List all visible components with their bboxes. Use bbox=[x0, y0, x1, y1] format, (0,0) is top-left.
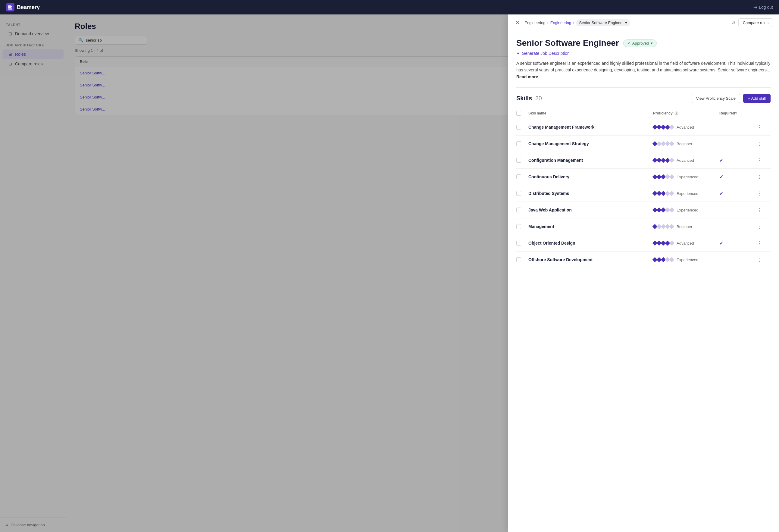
sparkle-icon: ✦ bbox=[516, 51, 520, 56]
row-check[interactable] bbox=[516, 158, 528, 163]
skill-name-cell: Management bbox=[528, 224, 653, 229]
logout-icon: ⇥ bbox=[754, 5, 757, 10]
proficiency-label: Advanced bbox=[676, 241, 694, 245]
close-button[interactable]: ✕ bbox=[514, 18, 521, 27]
row-check[interactable] bbox=[516, 257, 528, 262]
required-cell: ✓ bbox=[719, 158, 756, 163]
proficiency-label: Experienced bbox=[676, 208, 698, 213]
skill-name: Continuous Delivery bbox=[528, 174, 570, 179]
top-navigation: Beamery ⇥ Log out bbox=[0, 0, 779, 14]
more-options-button[interactable]: ⋮ bbox=[756, 206, 764, 214]
proficiency-cell: Experienced bbox=[653, 257, 719, 262]
diamond-empty bbox=[669, 141, 674, 146]
more-options-button[interactable]: ⋮ bbox=[756, 139, 764, 148]
table-row: Continuous Delivery Experienced ✓ ⋮ bbox=[516, 169, 771, 185]
actions-cell: ⋮ bbox=[756, 123, 771, 131]
skill-checkbox[interactable] bbox=[516, 191, 521, 196]
skill-name: Change Management Strategy bbox=[528, 141, 589, 146]
skills-title-group: Skills 20 bbox=[516, 95, 542, 102]
more-options-button[interactable]: ⋮ bbox=[756, 222, 764, 231]
required-cell: ✓ bbox=[719, 240, 756, 246]
skills-actions: View Proficiency Scale + Add skill bbox=[692, 94, 771, 103]
breadcrumb-role-label: Senior Software Engineer bbox=[579, 20, 623, 25]
proficiency-cell: Experienced bbox=[653, 175, 719, 179]
diamond-empty bbox=[669, 125, 674, 130]
skill-checkbox[interactable] bbox=[516, 208, 521, 213]
skill-name-cell: Continuous Delivery bbox=[528, 174, 653, 180]
panel-title-row: Senior Software Engineer ✓ Approved ▾ bbox=[516, 38, 771, 48]
compare-roles-button[interactable]: Compare roles bbox=[738, 18, 773, 27]
status-badge[interactable]: ✓ Approved ▾ bbox=[623, 40, 657, 47]
row-check[interactable] bbox=[516, 224, 528, 229]
skill-name-cell: Change Management Framework bbox=[528, 124, 653, 130]
diamond-empty bbox=[669, 257, 674, 262]
skills-table-header: Skill name Proficiency ⓘ Required? bbox=[516, 108, 771, 119]
proficiency-cell: Beginner bbox=[653, 224, 719, 229]
breadcrumb-role-dropdown[interactable]: Senior Software Engineer ▾ bbox=[576, 19, 630, 26]
table-row: Java Web Application Experienced ⋮ bbox=[516, 202, 771, 219]
actions-cell: ⋮ bbox=[756, 206, 771, 214]
actions-cell: ⋮ bbox=[756, 173, 771, 181]
skill-name-header-label: Skill name bbox=[528, 111, 546, 115]
panel-content: Senior Software Engineer ✓ Approved ▾ ✦ … bbox=[508, 31, 779, 532]
row-check[interactable] bbox=[516, 125, 528, 129]
generate-job-description-link[interactable]: ✦ Generate Job Description bbox=[516, 51, 771, 56]
required-cell: ✓ bbox=[719, 191, 756, 196]
breadcrumb-engineering[interactable]: Engineering bbox=[525, 20, 545, 25]
skills-table: Skill name Proficiency ⓘ Required? Chang… bbox=[516, 108, 771, 268]
more-options-button[interactable]: ⋮ bbox=[756, 255, 764, 264]
skill-checkbox[interactable] bbox=[516, 257, 521, 262]
skill-checkbox[interactable] bbox=[516, 224, 521, 229]
proficiency-cell: Experienced bbox=[653, 208, 719, 213]
skill-name-cell: Configuration Management bbox=[528, 158, 653, 163]
detail-panel: ✕ Engineering › Engineering › Senior Sof… bbox=[508, 14, 779, 532]
row-check[interactable] bbox=[516, 241, 528, 245]
info-icon[interactable]: ⓘ bbox=[675, 111, 678, 116]
panel-topbar: ✕ Engineering › Engineering › Senior Sof… bbox=[508, 14, 779, 31]
row-check[interactable] bbox=[516, 208, 528, 213]
proficiency-label: Experienced bbox=[676, 257, 698, 262]
more-options-button[interactable]: ⋮ bbox=[756, 156, 764, 165]
skill-name-cell: Object Oriented Design bbox=[528, 240, 653, 246]
skill-checkbox[interactable] bbox=[516, 241, 521, 245]
row-check[interactable] bbox=[516, 191, 528, 196]
proficiency-diamonds bbox=[653, 241, 673, 245]
row-check[interactable] bbox=[516, 141, 528, 146]
proficiency-cell: Experienced bbox=[653, 191, 719, 196]
skill-name: Change Management Framework bbox=[528, 125, 594, 129]
skill-checkbox[interactable] bbox=[516, 141, 521, 146]
panel-actions: ↺ Compare roles bbox=[731, 18, 773, 27]
more-options-button[interactable]: ⋮ bbox=[756, 173, 764, 181]
skill-checkbox[interactable] bbox=[516, 158, 521, 163]
table-row: Object Oriented Design Advanced ✓ ⋮ bbox=[516, 235, 771, 251]
breadcrumb-engineering-sub[interactable]: Engineering bbox=[550, 20, 571, 25]
actions-cell: ⋮ bbox=[756, 255, 771, 264]
diamond-empty bbox=[669, 224, 674, 229]
select-all-checkbox[interactable] bbox=[516, 111, 521, 116]
row-check[interactable] bbox=[516, 174, 528, 179]
generate-label: Generate Job Description bbox=[522, 51, 570, 56]
more-options-button[interactable]: ⋮ bbox=[756, 189, 764, 198]
skill-name-cell: Change Management Strategy bbox=[528, 141, 653, 146]
skill-name: Object Oriented Design bbox=[528, 241, 575, 245]
read-more-link[interactable]: Read more bbox=[516, 74, 538, 79]
breadcrumb-separator-2: › bbox=[573, 20, 574, 25]
skills-title: Skills bbox=[516, 95, 532, 102]
proficiency-diamonds bbox=[653, 192, 673, 195]
skill-checkbox[interactable] bbox=[516, 174, 521, 179]
add-skill-button[interactable]: + Add skill bbox=[743, 94, 771, 103]
proficiency-cell: Beginner bbox=[653, 141, 719, 146]
diamond-empty bbox=[669, 174, 674, 180]
more-options-button[interactable]: ⋮ bbox=[756, 123, 764, 131]
skill-checkbox[interactable] bbox=[516, 125, 521, 129]
proficiency-label: Advanced bbox=[676, 125, 694, 129]
proficiency-diamonds bbox=[653, 208, 673, 212]
more-options-button[interactable]: ⋮ bbox=[756, 239, 764, 247]
view-proficiency-scale-button[interactable]: View Proficiency Scale bbox=[692, 94, 740, 103]
history-icon[interactable]: ↺ bbox=[731, 20, 735, 25]
skill-name-column-header: Skill name bbox=[528, 111, 653, 115]
logout-button[interactable]: ⇥ Log out bbox=[754, 5, 773, 10]
diamond-empty bbox=[669, 191, 674, 196]
brand-name: Beamery bbox=[17, 4, 40, 10]
skills-header: Skills 20 View Proficiency Scale + Add s… bbox=[516, 94, 771, 103]
